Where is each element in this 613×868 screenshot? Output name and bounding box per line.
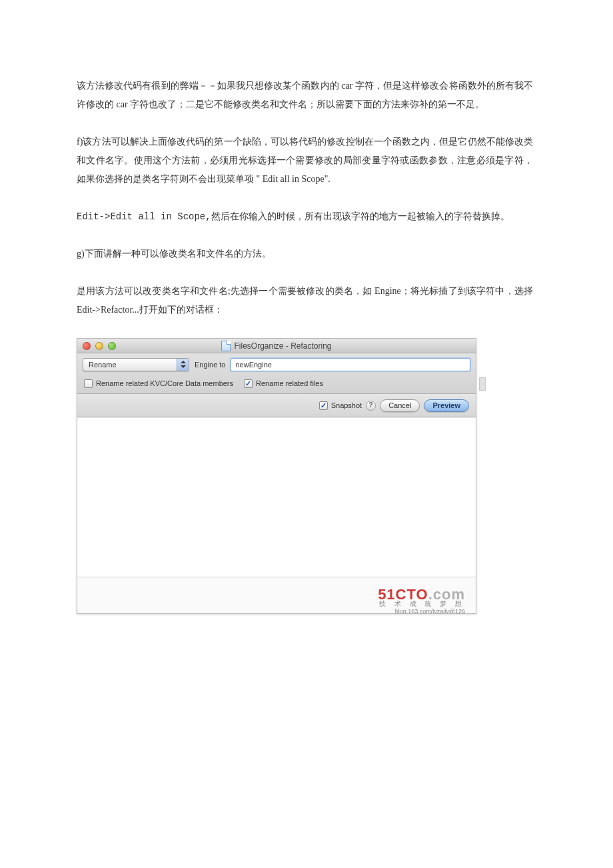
window-title-text: FilesOrganize - Refactoring bbox=[234, 338, 331, 354]
snapshot-label: Snapshot bbox=[331, 398, 362, 413]
toolbar-row-main: Rename Engine to bbox=[83, 357, 470, 372]
snapshot-checkbox[interactable]: Snapshot bbox=[319, 398, 362, 413]
checkbox-icon bbox=[84, 379, 93, 388]
watermark-footer: 51CTO.com 技 术 成 就 梦 想 blog.163.com/lyzai… bbox=[77, 577, 476, 613]
results-area bbox=[77, 417, 476, 577]
refactor-type-dropdown[interactable]: Rename bbox=[83, 358, 189, 371]
window-title: FilesOrganize - Refactoring bbox=[77, 338, 476, 354]
action-bar: Snapshot ? Cancel Preview bbox=[77, 394, 476, 417]
refactoring-dialog: FilesOrganize - Refactoring Rename Engin… bbox=[77, 338, 476, 614]
refactor-toolbar: Rename Engine to Rename related KVC/Core… bbox=[77, 353, 476, 394]
paragraph-4: g)下面讲解一种可以修改类名和文件名的方法。 bbox=[77, 245, 533, 263]
help-icon[interactable]: ? bbox=[366, 401, 376, 411]
dropdown-selected-label: Rename bbox=[89, 357, 117, 372]
paragraph-1: 该方法修改代码有很到的弊端－－如果我只想修改某个函数内的 car 字符，但是这样… bbox=[77, 77, 533, 114]
clipped-edge bbox=[479, 377, 486, 391]
paragraph-3: Edit->Edit all in Scope,然后在你输入的时候，所有出现该字… bbox=[77, 207, 533, 226]
paragraph-5: 是用该方法可以改变类名字和文件名;先选择一个需要被修改的类名，如 Engine；… bbox=[77, 282, 533, 319]
close-icon[interactable] bbox=[83, 342, 91, 350]
checkbox-kvc-label: Rename related KVC/Core Data members bbox=[96, 376, 233, 391]
preview-button[interactable]: Preview bbox=[424, 399, 469, 412]
rename-kvc-checkbox[interactable]: Rename related KVC/Core Data members bbox=[84, 376, 233, 391]
paragraph-2: f)该方法可以解决上面修改代码的第一个缺陷，可以将代码的修改控制在一个函数之内，… bbox=[77, 133, 533, 189]
new-name-input[interactable] bbox=[231, 358, 470, 371]
traffic-lights bbox=[77, 342, 116, 350]
checkbox-files-label: Rename related files bbox=[256, 376, 323, 391]
window-titlebar: FilesOrganize - Refactoring bbox=[77, 339, 476, 353]
checkbox-checked-icon bbox=[244, 379, 253, 388]
document-icon bbox=[221, 341, 231, 351]
dropdown-handle-icon bbox=[177, 359, 189, 371]
checkbox-checked-icon bbox=[319, 401, 328, 410]
minimize-icon[interactable] bbox=[95, 342, 103, 350]
cancel-button[interactable]: Cancel bbox=[380, 399, 420, 412]
engine-to-label: Engine to bbox=[195, 357, 225, 372]
watermark-blog: blog.163.com/lyzaily@126 bbox=[395, 605, 465, 613]
zoom-icon[interactable] bbox=[108, 342, 116, 350]
rename-files-checkbox[interactable]: Rename related files bbox=[244, 376, 323, 391]
toolbar-row-options: Rename related KVC/Core Data members Ren… bbox=[83, 376, 470, 391]
